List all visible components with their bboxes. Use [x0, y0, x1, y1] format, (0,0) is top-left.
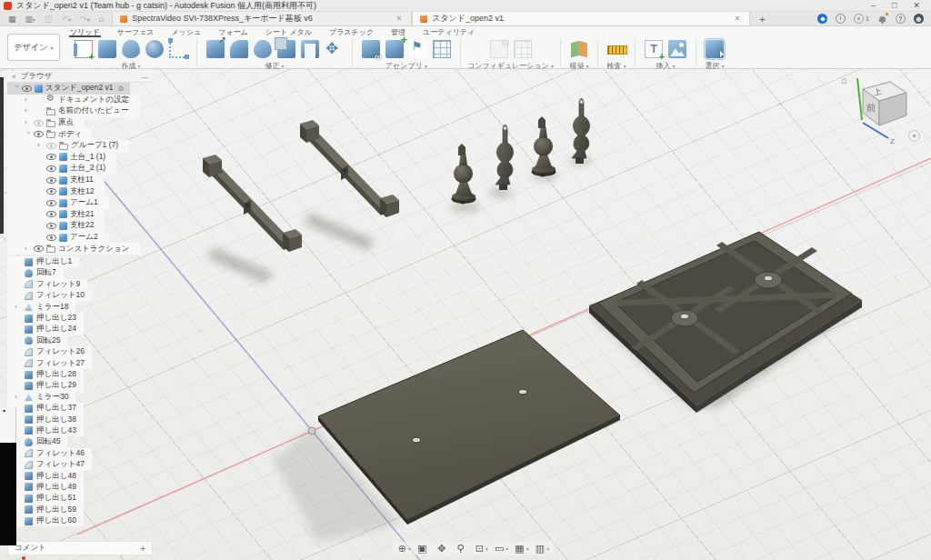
feature-item[interactable]: › 回転25 — [7, 335, 67, 346]
chevron-icon[interactable]: › — [25, 107, 31, 115]
chevron-icon[interactable]: › — [15, 394, 21, 401]
tree-item[interactable]: › ボディ — [7, 128, 93, 140]
new-component-icon[interactable] — [385, 39, 405, 59]
tree-item[interactable]: › 名前の付いたビュー — [7, 105, 140, 117]
extrude-icon[interactable] — [97, 39, 117, 59]
tab-close-icon[interactable]: ✕ — [732, 15, 742, 23]
feature-item[interactable]: › 押し出し23 — [7, 313, 84, 324]
combine-icon[interactable] — [276, 39, 296, 59]
visibility-eye-icon[interactable] — [46, 211, 56, 217]
feature-item[interactable]: › 押し出し49 — [7, 482, 84, 493]
visibility-eye-icon[interactable] — [46, 165, 56, 172]
feature-item[interactable]: › ミラー18 — [7, 301, 75, 312]
visibility-eye-icon[interactable] — [46, 154, 56, 160]
sweep-icon[interactable] — [145, 39, 165, 59]
group-label-configure[interactable]: コンフィギュレーション ▾ — [467, 61, 554, 71]
chevron-icon[interactable]: › — [25, 245, 31, 253]
body-lattice-frame[interactable] — [589, 232, 862, 413]
tree-item[interactable]: › ドキュメントの設定 — [7, 95, 140, 106]
tree-item[interactable]: › グループ1 (7) — [7, 140, 129, 152]
feature-item[interactable]: › 押し出し1 — [7, 256, 79, 267]
visibility-eye-icon[interactable] — [34, 120, 44, 126]
bom-table-icon[interactable] — [432, 39, 452, 59]
visibility-eye-icon[interactable] — [46, 223, 56, 229]
pipe-icon[interactable] — [168, 39, 188, 59]
decal-icon[interactable] — [644, 39, 664, 59]
tree-item[interactable]: › 支柱22 — [7, 220, 105, 232]
minimize-button[interactable]: – — [871, 0, 876, 12]
insert-image-icon[interactable] — [667, 39, 687, 59]
create-sketch-icon[interactable] — [74, 39, 94, 59]
group-label-construct[interactable]: 構築 ▾ — [570, 61, 589, 71]
feature-item[interactable]: › 押し出し24 — [7, 324, 84, 335]
ribbon-tab[interactable]: ソリッド — [69, 27, 101, 37]
group-label-assemble[interactable]: アセンブリ ▾ — [385, 61, 427, 71]
chevron-icon[interactable]: › — [25, 131, 32, 137]
body-pillar-2[interactable] — [496, 125, 514, 191]
ribbon-tab[interactable]: シート メタル — [265, 27, 313, 37]
visibility-eye-icon[interactable] — [46, 188, 56, 195]
visibility-eye-icon[interactable] — [46, 177, 56, 184]
feature-item[interactable]: › 回転7 — [7, 267, 64, 278]
tree-item[interactable]: › 原点 — [7, 117, 85, 129]
visibility-eye-icon[interactable] — [22, 85, 32, 92]
browser-minimize-icon[interactable]: — — [141, 73, 148, 81]
move-copy-icon[interactable] — [324, 39, 344, 59]
group-label-insert[interactable]: 挿入 ▾ — [656, 61, 676, 71]
select-icon[interactable] — [705, 39, 725, 59]
viewports-icon[interactable]: ▥▾ — [536, 544, 549, 554]
feature-item[interactable]: › フィレット26 — [7, 346, 92, 357]
maximize-button[interactable]: □ — [892, 0, 896, 12]
feature-item[interactable]: › 押し出し28 — [7, 369, 84, 380]
ribbon-tab[interactable]: サーフェス — [116, 27, 155, 37]
chevron-icon[interactable]: › — [25, 96, 31, 104]
active-document-radio[interactable]: ⊙ — [118, 85, 125, 93]
job-status-icon[interactable] — [854, 14, 864, 24]
tree-item[interactable]: › 支柱12 — [7, 185, 105, 197]
tree-item[interactable]: › 支柱21 — [7, 209, 105, 221]
chevron-icon[interactable]: › — [13, 85, 20, 92]
user-avatar[interactable]: ☻ — [914, 14, 924, 24]
group-label-modify[interactable]: 修正 ▾ — [265, 61, 284, 71]
fillet-icon[interactable] — [229, 39, 249, 59]
redo-icon[interactable]: ↷▾ — [77, 15, 93, 24]
body-arm-1[interactable] — [203, 155, 302, 252]
feature-item[interactable]: › 押し出し60 — [7, 515, 84, 526]
insert-link-icon[interactable] — [361, 39, 381, 59]
3d-viewport[interactable]: « ブラウザ — › スタンド_open2 v1 ⊙ › ドキュメントの設定 — [0, 69, 931, 560]
joint-icon[interactable] — [408, 39, 428, 59]
body-pillar-1[interactable] — [452, 144, 476, 204]
home-view-icon[interactable]: ⌂ — [841, 75, 847, 85]
visibility-eye-icon[interactable] — [46, 200, 56, 206]
group-label-inspect[interactable]: 検査 ▾ — [607, 61, 626, 71]
help-icon[interactable]: ? — [896, 14, 906, 24]
fit-icon[interactable]: ⊡▾ — [476, 544, 488, 554]
feature-item[interactable]: › フィレット9 — [7, 279, 87, 290]
construction-plane-icon[interactable] — [569, 39, 589, 59]
viewcube-menu-icon[interactable]: ▾ — [908, 130, 920, 142]
tree-item[interactable]: › アーム2 — [7, 232, 109, 244]
feature-item[interactable]: › フィレット10 — [7, 290, 92, 301]
tab-close-icon[interactable]: ✕ — [394, 15, 404, 23]
feature-item[interactable]: › 押し出し43 — [7, 425, 84, 436]
revolve-icon[interactable] — [121, 39, 141, 59]
tree-item[interactable]: › コンストラクション — [7, 243, 140, 255]
feature-item[interactable]: › 押し出し29 — [7, 380, 84, 391]
app-grid-icon[interactable]: ▦ — [5, 15, 19, 24]
feature-item[interactable]: › 押し出し37 — [7, 403, 84, 414]
tree-item[interactable]: › 土台_2 (1) — [7, 163, 116, 175]
ribbon-tab[interactable]: メッシュ — [171, 27, 203, 37]
extensions-icon[interactable] — [817, 14, 827, 24]
group-label-select[interactable]: 選択 ▾ — [706, 61, 725, 71]
visibility-eye-icon[interactable] — [46, 235, 56, 241]
workspace-selector[interactable]: デザイン▾ — [7, 34, 60, 61]
feature-item[interactable]: › 押し出し38 — [7, 414, 84, 425]
file-menu-icon[interactable]: ▥▾ — [23, 15, 39, 24]
look-at-icon[interactable]: ▣▾ — [417, 544, 431, 554]
feature-item[interactable]: › フィレット27 — [7, 357, 92, 368]
body-pillar-3[interactable] — [532, 116, 556, 176]
tree-item[interactable]: › スタンド_open2 v1 ⊙ — [7, 83, 130, 95]
zoom-icon[interactable]: ⚲▾ — [457, 544, 469, 554]
body-pillar-4[interactable] — [572, 99, 590, 165]
display-settings-icon[interactable]: ▭▾ — [495, 544, 508, 554]
